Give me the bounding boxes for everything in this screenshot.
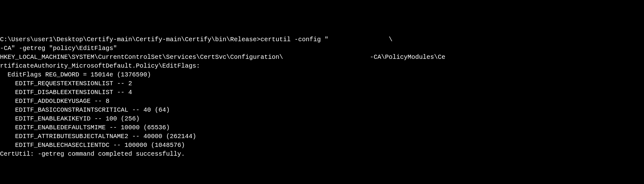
flag-enablechaseclientdc: EDITF_ENABLECHASECLIENTDC -- 100000 (104… <box>0 141 644 150</box>
completion-message: CertUtil: -getreg command completed succ… <box>0 150 644 159</box>
registry-path-line-1: HKEY_LOCAL_MACHINE\SYSTEM\CurrentControl… <box>0 53 644 62</box>
registry-path-line-2: rtificateAuthority_MicrosoftDefault.Poli… <box>0 62 644 70</box>
flag-attributesubjectaltname2: EDITF_ATTRIBUTESUBJECTALTNAME2 -- 40000 … <box>0 132 644 141</box>
editflags-header: EditFlags REG_DWORD = 15014e (1376590) <box>0 70 644 79</box>
flag-enableakikeyid: EDITF_ENABLEAKIKEYID -- 100 (256) <box>0 114 644 123</box>
flag-basicconstraintscritical: EDITF_BASICCONSTRAINTSCRITICAL -- 40 (64… <box>0 106 644 114</box>
flag-enabledefaultsmime: EDITF_ENABLEDEFAULTSMIME -- 10000 (65536… <box>0 123 644 132</box>
command-continuation-line: -CA" -getreg "policy\EditFlags" <box>0 44 644 53</box>
terminal-output: C:\Users\user1\Desktop\Certify-main\Cert… <box>0 35 644 159</box>
flag-disableextensionlist: EDITF_DISABLEEXTENSIONLIST -- 4 <box>0 88 644 97</box>
command-prompt-line: C:\Users\user1\Desktop\Certify-main\Cert… <box>0 35 644 44</box>
flag-requestextensionlist: EDITF_REQUESTEXTENSIONLIST -- 2 <box>0 79 644 88</box>
flag-addoldkeyusage: EDITF_ADDOLDKEYUSAGE -- 8 <box>0 97 644 106</box>
